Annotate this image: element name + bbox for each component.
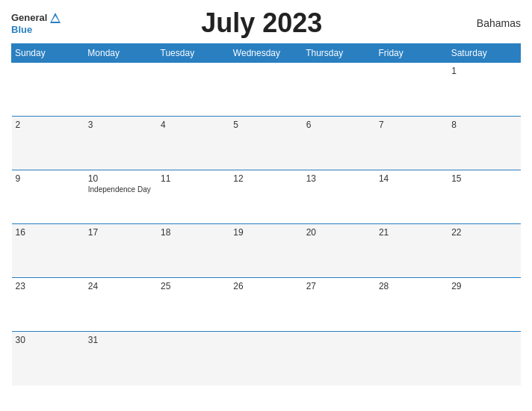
col-sunday: Sunday <box>12 44 84 63</box>
calendar-cell: 21 <box>375 224 448 278</box>
calendar-cell: 22 <box>448 224 520 278</box>
day-number: 8 <box>451 120 516 130</box>
calendar-cell: 31 <box>84 332 157 386</box>
day-number: 22 <box>451 227 516 238</box>
calendar-cell: 28 <box>375 278 448 332</box>
day-number: 18 <box>161 227 226 238</box>
day-number: 10 <box>88 173 153 184</box>
calendar-table: Sunday Monday Tuesday Wednesday Thursday… <box>11 43 521 386</box>
calendar-cell: 6 <box>303 117 375 170</box>
calendar-cell: 19 <box>229 224 302 278</box>
calendar-cell: 27 <box>303 278 375 332</box>
day-number: 13 <box>306 173 371 184</box>
day-number: 16 <box>16 227 81 238</box>
calendar-cell: 20 <box>303 224 375 278</box>
calendar-cell: 23 <box>12 278 84 332</box>
calendar-cell: 14 <box>375 170 448 224</box>
calendar-cell: 10Independence Day <box>84 170 157 224</box>
calendar-cell: 1 <box>448 63 520 117</box>
calendar-cell <box>303 63 375 117</box>
day-number: 2 <box>16 120 81 130</box>
day-number: 23 <box>16 281 81 291</box>
calendar-row-2: 910Independence Day1112131415 <box>12 170 521 224</box>
calendar-cell <box>448 332 520 386</box>
calendar-cell <box>303 332 375 386</box>
day-number: 21 <box>379 227 444 238</box>
logo-icon <box>49 11 62 25</box>
col-saturday: Saturday <box>448 44 520 63</box>
calendar-cell <box>229 332 302 386</box>
calendar-cell: 12 <box>229 170 302 224</box>
day-number: 7 <box>379 120 444 130</box>
calendar-cell: 24 <box>84 278 157 332</box>
logo-blue-text: Blue <box>11 25 32 35</box>
calendar-cell: 9 <box>12 170 84 224</box>
calendar-cell: 2 <box>12 117 84 170</box>
calendar-cell <box>12 63 84 117</box>
calendar-row-5: 3031 <box>12 332 521 386</box>
logo: General Blue <box>11 11 62 35</box>
calendar-row-3: 16171819202122 <box>12 224 521 278</box>
day-number: 14 <box>379 173 444 184</box>
day-number: 3 <box>88 120 153 130</box>
calendar-cell: 4 <box>157 117 229 170</box>
day-number: 26 <box>233 281 298 291</box>
calendar-cell: 3 <box>84 117 157 170</box>
day-number: 31 <box>88 335 153 345</box>
day-number: 1 <box>451 66 516 76</box>
day-number: 6 <box>306 120 371 130</box>
calendar-cell: 16 <box>12 224 84 278</box>
day-number: 5 <box>233 120 298 130</box>
day-number: 9 <box>16 173 81 184</box>
day-number: 11 <box>161 173 226 184</box>
calendar-cell: 17 <box>84 224 157 278</box>
col-tuesday: Tuesday <box>157 44 229 63</box>
day-number: 12 <box>233 173 298 184</box>
calendar-cell: 30 <box>12 332 84 386</box>
logo-general-text: General <box>11 13 47 23</box>
calendar-header-row: Sunday Monday Tuesday Wednesday Thursday… <box>12 44 521 63</box>
calendar-cell: 11 <box>157 170 229 224</box>
day-number: 27 <box>306 281 371 291</box>
col-wednesday: Wednesday <box>229 44 302 63</box>
calendar-cell <box>84 63 157 117</box>
calendar-title: July 2023 <box>62 7 461 39</box>
calendar-cell: 25 <box>157 278 229 332</box>
calendar-body: 12345678910Independence Day1112131415161… <box>12 63 521 386</box>
day-number: 20 <box>306 227 371 238</box>
calendar-cell <box>375 63 448 117</box>
calendar-cell: 8 <box>448 117 520 170</box>
page: General Blue July 2023 Bahamas Sunday Mo… <box>0 0 532 411</box>
day-number: 4 <box>161 120 226 130</box>
calendar-cell: 18 <box>157 224 229 278</box>
day-number: 19 <box>233 227 298 238</box>
calendar-cell: 7 <box>375 117 448 170</box>
day-number: 15 <box>451 173 516 184</box>
calendar-cell <box>157 63 229 117</box>
day-number: 28 <box>379 281 444 291</box>
col-friday: Friday <box>375 44 448 63</box>
calendar-cell: 5 <box>229 117 302 170</box>
country-label: Bahamas <box>461 17 521 29</box>
day-event: Independence Day <box>88 185 153 194</box>
day-number: 25 <box>161 281 226 291</box>
col-monday: Monday <box>84 44 157 63</box>
day-number: 17 <box>88 227 153 238</box>
calendar-row-4: 23242526272829 <box>12 278 521 332</box>
calendar-row-1: 2345678 <box>12 117 521 170</box>
calendar-cell <box>229 63 302 117</box>
calendar-cell: 29 <box>448 278 520 332</box>
calendar-cell <box>157 332 229 386</box>
day-number: 24 <box>88 281 153 291</box>
calendar-cell: 15 <box>448 170 520 224</box>
calendar-cell <box>375 332 448 386</box>
calendar-cell: 26 <box>229 278 302 332</box>
calendar-row-0: 1 <box>12 63 521 117</box>
calendar-cell: 13 <box>303 170 375 224</box>
header: General Blue July 2023 Bahamas <box>11 7 521 39</box>
day-number: 30 <box>16 335 81 345</box>
day-number: 29 <box>451 281 516 291</box>
col-thursday: Thursday <box>303 44 375 63</box>
